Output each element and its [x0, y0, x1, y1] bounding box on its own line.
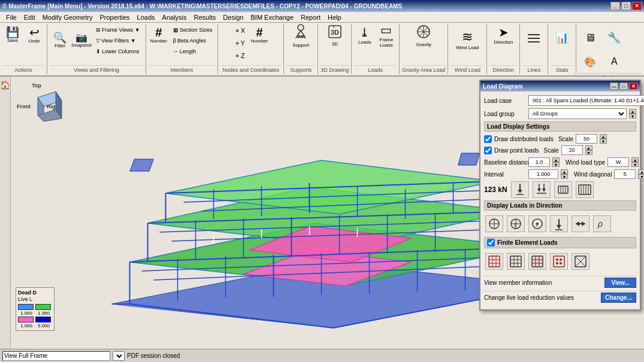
dir-icon-6[interactable]: ρ — [593, 215, 611, 232]
length-button[interactable]: ↔ Length — [170, 47, 216, 56]
save-button[interactable]: 💾 Save — [2, 25, 23, 45]
load-group-select[interactable]: All Groups — [528, 108, 627, 119]
wind-diagonal-input[interactable] — [614, 169, 636, 179]
display-button[interactable]: 🖥 — [579, 26, 601, 49]
dialog-restore-btn[interactable]: □ — [619, 83, 628, 90]
load-icon-4[interactable] — [576, 181, 594, 198]
wind-load-type-input[interactable] — [607, 157, 629, 167]
status-frame-input[interactable] — [2, 351, 110, 361]
frame-views-button[interactable]: ⊞ Frame Views ▼ — [93, 25, 143, 35]
load-icon-3[interactable] — [554, 181, 572, 198]
view-filters-button[interactable]: ▽ View Filters ▼ — [93, 36, 143, 45]
baseline-input[interactable] — [528, 157, 550, 167]
draw-point-checkbox[interactable] — [484, 147, 492, 154]
undo-button[interactable]: ↩ Undo — [24, 25, 44, 45]
point-scale-down[interactable]: ▼ — [585, 150, 592, 155]
load-case-select[interactable]: 001 : All Spans Loaded (Ultimate: 1.40 D… — [528, 95, 644, 106]
dist-scale-down[interactable]: ▼ — [600, 139, 607, 144]
maximize-btn[interactable]: □ — [621, 2, 631, 10]
menu-modify-geometry[interactable]: Modify Geometry — [39, 13, 96, 22]
legend: Dead D Live L 1.000 1.350 1.000 5.000 — [16, 287, 55, 331]
load-group-down[interactable]: ▼ — [629, 114, 636, 118]
minimize-btn[interactable]: _ — [610, 2, 620, 10]
lower-columns-button[interactable]: ⬇ Lower Columns — [93, 47, 143, 56]
finite-icon-3[interactable] — [528, 253, 546, 270]
wlt-down[interactable]: ▼ — [631, 162, 639, 167]
finite-icon-5[interactable] — [572, 253, 589, 270]
dir-icon-2[interactable]: Z — [507, 215, 525, 232]
baseline-down[interactable]: ▼ — [552, 162, 560, 167]
number-icon: # — [155, 26, 162, 38]
gravity-button[interactable]: Gravity — [406, 25, 442, 45]
direction-button[interactable]: ➤ Direction — [493, 25, 513, 45]
menu-design[interactable]: Design — [219, 13, 247, 22]
menu-properties[interactable]: Properties — [96, 13, 133, 22]
wd-down[interactable]: ▼ — [638, 174, 644, 179]
finite-icon-1[interactable] — [485, 253, 503, 270]
menu-help[interactable]: Help — [324, 13, 345, 22]
3d-icon: 3D — [326, 23, 343, 41]
display-btn2[interactable]: 🔧 — [603, 26, 625, 49]
node-y-button[interactable]: ⌖ Y — [232, 38, 248, 49]
finite-element-checkbox[interactable] — [487, 239, 495, 247]
node-z-button[interactable]: ⌖ Z — [232, 50, 248, 62]
load-icon-2[interactable] — [533, 181, 551, 198]
baseline-up[interactable]: ▲ — [552, 157, 560, 162]
dist-scale-input[interactable] — [576, 134, 597, 144]
dir-icon-4[interactable] — [550, 215, 568, 232]
point-scale-input[interactable] — [561, 145, 583, 155]
change-button[interactable]: Change... — [601, 293, 636, 303]
menu-analysis[interactable]: Analysis — [159, 13, 191, 22]
lines-button[interactable] — [522, 28, 545, 50]
wind-button[interactable]: ≋ Wind Load — [452, 25, 482, 55]
dist-scale-up[interactable]: ▲ — [600, 134, 607, 139]
point-scale-up[interactable]: ▲ — [585, 145, 592, 150]
supports-label: Supports — [286, 65, 315, 73]
menu-loads[interactable]: Loads — [134, 13, 159, 22]
dialog-minimize-btn[interactable]: — — [610, 83, 618, 90]
dir-icon-1[interactable] — [485, 215, 503, 232]
menu-edit[interactable]: Edit — [20, 13, 39, 22]
stats-button[interactable]: 📊 — [551, 28, 573, 48]
svg-marker-81 — [542, 188, 546, 192]
finite-icon-2[interactable] — [507, 253, 525, 270]
interval-up[interactable]: ▲ — [561, 169, 568, 174]
display-btn3[interactable]: 🎨 — [579, 50, 601, 73]
wind-diagonal-label: Wind diagonal — [574, 171, 612, 178]
dialog-close-btn[interactable]: ✕ — [629, 83, 637, 90]
view-top-label[interactable]: Top — [32, 83, 41, 89]
dir-icon-3[interactable]: Z — [528, 215, 546, 232]
view-button[interactable]: View... — [604, 278, 636, 288]
finite-icon-4[interactable] — [550, 253, 568, 270]
menu-bim-exchange[interactable]: BIM Exchange — [247, 13, 297, 22]
menu-file[interactable]: File — [2, 13, 20, 22]
interval-down[interactable]: ▼ — [561, 174, 568, 179]
left-nav-home[interactable]: 🏠 — [0, 79, 11, 91]
loads-button[interactable]: ⤓ Loads — [355, 25, 375, 45]
load-icon-1[interactable] — [511, 181, 529, 198]
svg-text:3D: 3D — [331, 29, 339, 36]
beta-angles-button[interactable]: β Beta Angles — [170, 36, 216, 45]
display-btn4[interactable]: A — [603, 50, 625, 73]
wd-up[interactable]: ▲ — [638, 169, 644, 174]
close-btn[interactable]: ✕ — [632, 2, 642, 10]
load-group-up[interactable]: ▲ — [629, 109, 636, 114]
3d-button[interactable]: 3D 3D — [325, 25, 345, 45]
menu-report[interactable]: Report — [297, 13, 324, 22]
filter-button[interactable]: 🔍 Filter — [50, 31, 70, 51]
number-button[interactable]: # Number — [149, 25, 169, 45]
section-sizes-button[interactable]: ▦ Section Sizes — [170, 25, 216, 35]
snapshot-button[interactable]: 📷 Snapshot — [71, 31, 92, 51]
frame-loads-button[interactable]: ▭ Frame Loads — [376, 25, 397, 45]
draw-distributed-checkbox[interactable] — [484, 135, 492, 143]
number-nodes-button[interactable]: # Number — [249, 25, 270, 45]
support-button[interactable]: Support — [286, 25, 315, 45]
dir-icon-5[interactable] — [572, 215, 589, 232]
status-dropdown[interactable]: ▼ — [113, 351, 125, 361]
load-display-settings-header: Load Display Settings — [484, 121, 636, 132]
wlt-up[interactable]: ▲ — [631, 157, 639, 162]
menu-results[interactable]: Results — [191, 13, 220, 22]
toolbar: 💾 Save ↩ Undo Actions 🔍 Filter 📷 Snapsho… — [0, 23, 644, 77]
interval-input[interactable] — [528, 169, 558, 179]
node-x-button[interactable]: ⌖ X — [232, 25, 248, 36]
